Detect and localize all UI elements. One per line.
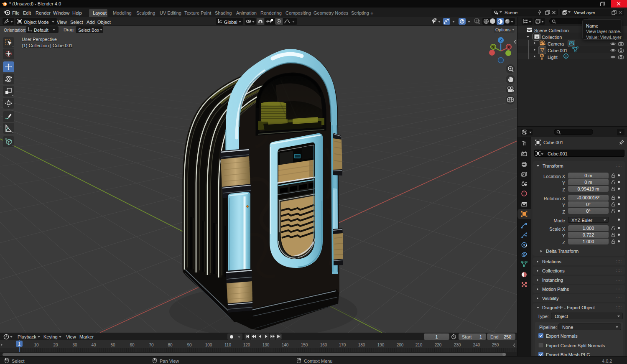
svg-text:X: X — [507, 45, 510, 49]
svg-text:Z: Z — [500, 38, 502, 42]
svg-text:Y: Y — [492, 45, 494, 49]
